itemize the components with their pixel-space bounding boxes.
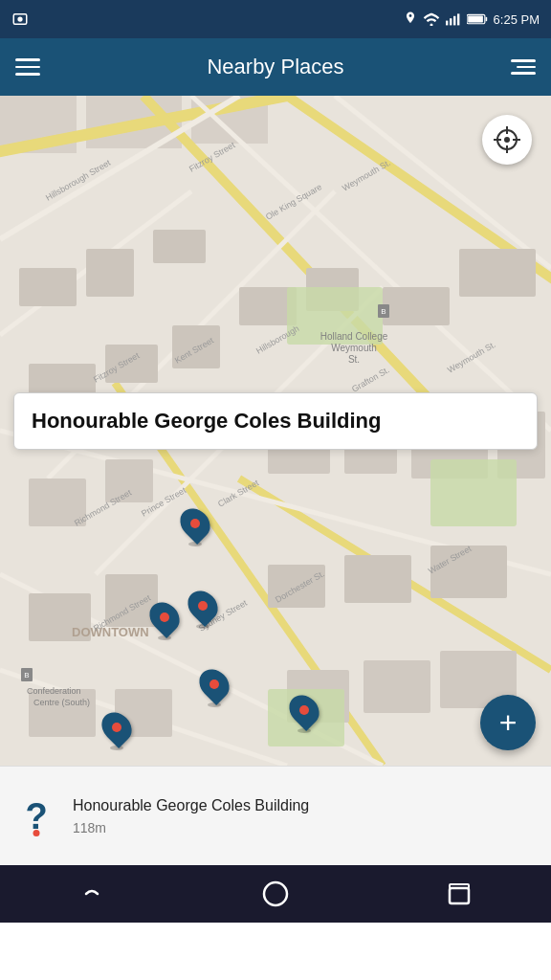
svg-rect-30 [153,230,206,263]
svg-rect-52 [364,660,430,713]
navigation-bar [0,865,551,923]
svg-rect-91 [450,884,469,888]
svg-rect-47 [344,555,411,603]
question-dot [33,830,40,836]
map-pin-2[interactable] [151,601,178,640]
bottom-card: ? Honourable George Coles Building 118m [0,766,551,865]
svg-text:DOWNTOWN: DOWNTOWN [72,625,149,639]
battery-status-icon [467,13,488,25]
svg-rect-8 [468,15,483,22]
place-name: Honourable George Coles Building [73,796,309,816]
svg-rect-37 [459,249,536,297]
status-bar: 6:25 PM [0,0,551,38]
svg-text:Confederation: Confederation [27,686,81,696]
crosshair-icon [494,126,520,153]
svg-text:B: B [24,671,29,679]
recent-nav-button[interactable] [430,865,488,923]
status-left [11,11,29,28]
svg-point-84 [504,137,510,143]
svg-rect-5 [453,16,455,26]
list-view-button[interactable] [509,54,536,80]
svg-point-2 [430,24,432,27]
svg-rect-28 [19,268,77,306]
map-container[interactable]: DOWNTOWN Confederation Centre (South) Ho… [0,96,551,766]
svg-rect-9 [485,17,487,22]
svg-rect-29 [86,249,134,297]
map-pin-6[interactable] [103,711,130,750]
svg-text:Centre (South): Centre (South) [33,698,90,707]
svg-point-1 [17,16,22,21]
place-distance: 118m [73,820,309,835]
location-crosshair-button[interactable] [482,115,532,165]
map-pin-4[interactable] [201,668,228,707]
back-nav-button[interactable] [63,865,121,923]
svg-text:Holland College: Holland College [320,331,388,342]
status-right: 6:25 PM [404,11,540,28]
photo-icon [11,11,29,28]
svg-text:St.: St. [348,354,360,365]
svg-point-89 [264,882,287,905]
tooltip-place-name: Honourable George Coles Building [32,409,381,433]
map-tooltip: Honourable George Coles Building [13,392,538,450]
svg-rect-6 [457,13,459,25]
add-icon: + [499,707,518,738]
place-info: Honourable George Coles Building 118m [73,796,309,835]
svg-rect-55 [430,459,517,526]
app-bar: Nearby Places [0,38,551,96]
home-circle-icon [262,880,289,907]
svg-rect-49 [29,689,96,737]
svg-text:Weymouth: Weymouth [331,343,377,353]
svg-rect-4 [450,18,452,25]
svg-rect-3 [446,21,448,26]
status-time: 6:25 PM [494,12,540,27]
svg-rect-36 [383,287,450,325]
map-pin-5[interactable] [291,694,318,733]
svg-text:B: B [381,307,386,316]
add-place-button[interactable]: + [480,695,536,750]
signal-status-icon [446,12,461,26]
back-icon [78,880,105,907]
wifi-status-icon [423,12,440,26]
map-pin-1[interactable] [182,507,209,546]
recent-icon [446,880,473,907]
svg-rect-90 [450,888,469,903]
hamburger-menu-button[interactable] [15,54,42,80]
page-title: Nearby Places [207,55,343,79]
place-icon-wrap: ? [15,795,57,837]
map-pin-3[interactable] [189,590,216,629]
home-nav-button[interactable] [247,865,304,923]
location-status-icon [404,11,417,28]
